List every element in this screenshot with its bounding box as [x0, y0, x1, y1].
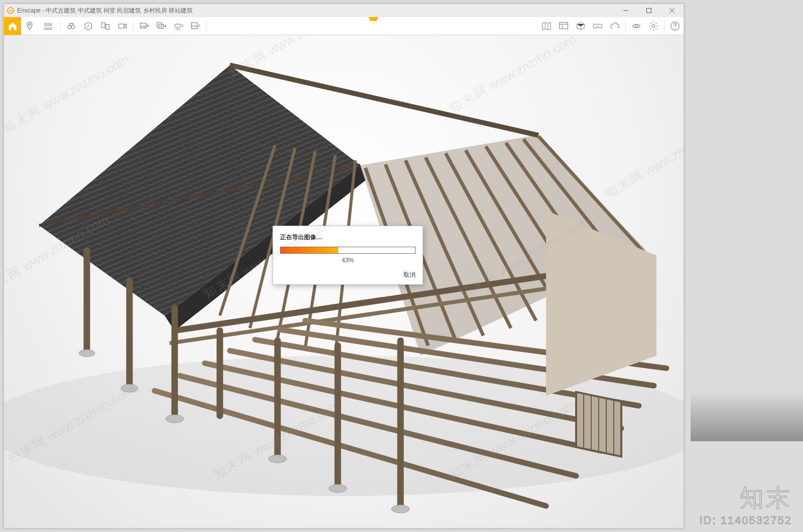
render-viewport[interactable]: 正在导出图像… 43% 取消 知末网 www.znzmo.com 知末网 www…	[4, 35, 684, 528]
svg-point-3	[68, 25, 71, 29]
bim-label: BIM	[44, 22, 52, 27]
svg-point-60	[269, 455, 287, 463]
home-button[interactable]	[4, 17, 21, 35]
titlebar: Enscape - 中式古建筑 中式建筑 祠堂 民宿建筑 乡村民房 驿站建筑	[4, 4, 684, 17]
svg-point-20	[675, 28, 676, 29]
svg-point-4	[71, 25, 75, 29]
settings-button[interactable]	[645, 17, 662, 35]
cloud-button[interactable]	[606, 17, 623, 35]
svg-point-61	[329, 484, 347, 492]
svg-rect-16	[560, 23, 568, 29]
svg-point-2	[29, 24, 31, 26]
cancel-button[interactable]: 取消	[404, 271, 416, 278]
svg-point-58	[121, 384, 138, 392]
dialog-title: 正在导出图像…	[280, 233, 416, 242]
export-exe-button[interactable]: EXE	[187, 17, 204, 35]
watermark-id-text: ID: 1140532752	[699, 514, 792, 527]
annotation-a-button[interactable]: A	[80, 17, 97, 35]
export-image-button[interactable]	[136, 17, 153, 35]
export-batch-button[interactable]	[153, 17, 170, 35]
export-progress-dialog: 正在导出图像… 43% 取消	[273, 226, 423, 285]
svg-text:A: A	[87, 24, 90, 29]
vr-headset-button[interactable]	[589, 17, 606, 35]
bim-mode-button[interactable]: BIM	[38, 17, 58, 35]
binoculars-button[interactable]	[63, 17, 80, 35]
background-sliver	[691, 391, 803, 441]
cube-button[interactable]	[572, 17, 589, 35]
svg-point-62	[391, 505, 410, 513]
svg-text:EXE: EXE	[192, 25, 197, 28]
progress-bar	[280, 247, 416, 254]
svg-point-18	[652, 25, 655, 28]
center-tab-marker-icon	[368, 17, 378, 21]
svg-rect-1	[647, 9, 651, 13]
progress-percent-label: 43%	[280, 257, 416, 264]
svg-rect-11	[159, 25, 164, 29]
visual-preset-button[interactable]	[628, 17, 645, 35]
window-close-button[interactable]	[660, 4, 684, 17]
views-button[interactable]	[97, 17, 114, 35]
watermark-bottom: 知末 ID: 1140532752	[699, 482, 792, 527]
svg-point-57	[79, 349, 95, 357]
video-button[interactable]	[114, 17, 131, 35]
toolbar: BIM A	[4, 17, 684, 35]
svg-text:360: 360	[176, 28, 180, 31]
app-logo-icon	[4, 4, 17, 17]
location-pin-button[interactable]	[21, 17, 38, 35]
progress-bar-fill	[281, 247, 338, 253]
svg-point-59	[166, 415, 184, 423]
svg-rect-6	[102, 23, 105, 28]
map-button[interactable]	[538, 17, 555, 35]
help-button[interactable]	[666, 17, 684, 35]
svg-marker-63	[546, 211, 656, 396]
app-window: Enscape - 中式古建筑 中式建筑 祠堂 民宿建筑 乡村民房 驿站建筑	[4, 4, 684, 528]
window-maximize-button[interactable]	[637, 4, 660, 17]
window-minimize-button[interactable]	[614, 4, 637, 17]
window-title: Enscape - 中式古建筑 中式建筑 祠堂 民宿建筑 乡村民房 驿站建筑	[17, 7, 193, 15]
asset-library-button[interactable]	[555, 17, 572, 35]
watermark-logo-text: 知末	[699, 482, 792, 514]
svg-point-12	[175, 24, 181, 28]
svg-rect-8	[119, 24, 124, 28]
svg-rect-7	[106, 25, 109, 30]
svg-rect-10	[157, 23, 162, 27]
panorama-360-button[interactable]: 360	[170, 17, 187, 35]
svg-point-17	[635, 25, 638, 28]
